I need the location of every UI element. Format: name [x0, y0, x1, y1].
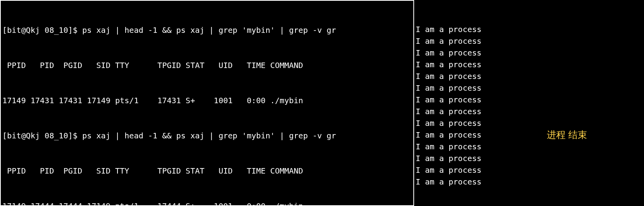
command-text: ps xaj | head -1 && ps xaj | grep 'mybin… [82, 131, 336, 140]
annotation-label: 进程 结束 [547, 129, 587, 141]
ps-row: 17149 17431 17431 17149 pts/1 17431 S+ 1… [2, 95, 412, 106]
process-output-line: I am a process [416, 82, 642, 94]
right-terminal-pane[interactable]: I am a processI am a processI am a proce… [414, 0, 644, 206]
process-output-line: I am a process [416, 141, 642, 152]
shell-prompt: [bit@Qkj 08_10]$ [2, 131, 82, 140]
process-output-line: I am a process [416, 70, 642, 82]
process-output-line: I am a process [416, 59, 642, 70]
process-output-line: I am a process [416, 164, 642, 176]
process-output-line: I am a process [416, 23, 642, 35]
left-terminal-pane[interactable]: [bit@Qkj 08_10]$ ps xaj | head -1 && ps … [0, 0, 414, 206]
process-output-line: I am a process [416, 47, 642, 59]
process-output-block: I am a processI am a processI am a proce… [416, 23, 642, 188]
process-output-line: I am a process [416, 106, 642, 117]
ps-row: 17149 17444 17444 17149 pts/1 17444 S+ 1… [2, 200, 412, 206]
ps-header: PPID PID PGID SID TTY TPGID STAT UID TIM… [2, 165, 412, 177]
process-output-line: I am a process [416, 35, 642, 47]
process-output-line: I am a process [416, 94, 642, 106]
ps-header: PPID PID PGID SID TTY TPGID STAT UID TIM… [2, 59, 412, 71]
process-output-line: I am a process [416, 152, 642, 164]
terminal-line: [bit@Qkj 08_10]$ ps xaj | head -1 && ps … [2, 24, 412, 36]
process-output-line: I am a process [416, 129, 642, 141]
command-text: ps xaj | head -1 && ps xaj | grep 'mybin… [82, 25, 336, 35]
shell-prompt: [bit@Qkj 08_10]$ [2, 25, 82, 35]
process-output-line: I am a process [416, 117, 642, 129]
terminal-line: [bit@Qkj 08_10]$ ps xaj | head -1 && ps … [2, 130, 412, 142]
process-output-line: I am a process [416, 176, 642, 188]
